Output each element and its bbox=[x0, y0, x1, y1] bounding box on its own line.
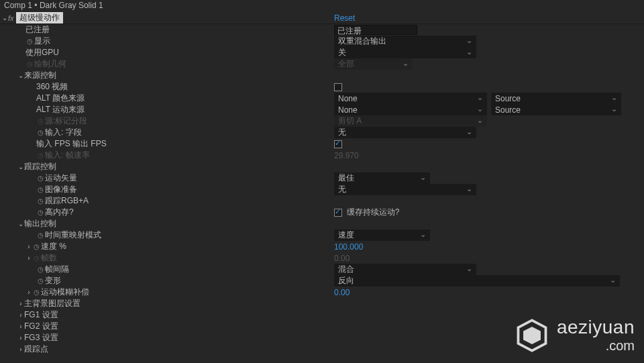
stopwatch-icon[interactable]: ◷ bbox=[36, 265, 45, 274]
stopwatch-icon: ◷ bbox=[36, 151, 45, 160]
io-fps-checkbox[interactable] bbox=[334, 140, 342, 148]
group-label: 输出控制 bbox=[24, 218, 56, 229]
label: ALT 颜色来源 bbox=[36, 93, 85, 104]
prop-input-field: ◷ 输入: 字段 无 bbox=[0, 127, 644, 138]
motion-vec-dropdown[interactable]: 最佳 bbox=[334, 172, 430, 184]
twirl-right-icon[interactable]: › bbox=[17, 334, 24, 342]
group-source-control: ⌄ 来源控制 bbox=[0, 70, 644, 81]
label: 输入: 字段 bbox=[45, 127, 82, 138]
speed-value[interactable]: 100.000 bbox=[334, 242, 363, 252]
stopwatch-icon[interactable]: ◷ bbox=[32, 288, 41, 297]
draw-geom-dropdown: 全部 bbox=[334, 58, 413, 70]
prop-use-gpu: 使用GPU 关 bbox=[0, 47, 644, 58]
group-label: 跟踪点 bbox=[24, 344, 48, 355]
deform-dropdown[interactable]: 反向 bbox=[334, 275, 620, 287]
twirl-down-icon[interactable]: ⌄ bbox=[17, 220, 24, 227]
display-dropdown[interactable]: 双重混合输出 bbox=[334, 36, 476, 47]
group-output-control: ⌄ 输出控制 bbox=[0, 218, 644, 229]
label: 变形 bbox=[45, 275, 61, 287]
alt-color-src-dropdown[interactable]: Source bbox=[491, 93, 621, 104]
stopwatch-icon: ◷ bbox=[36, 117, 45, 125]
stopwatch-icon[interactable]: ◷ bbox=[32, 242, 41, 251]
group-main-bg: › 主背景图层设置 bbox=[0, 298, 644, 309]
twirl-right-icon[interactable]: › bbox=[17, 346, 24, 353]
alt-color-dropdown[interactable]: None bbox=[334, 93, 487, 104]
label: 图像准备 bbox=[45, 184, 77, 195]
group-label: FG2 设置 bbox=[24, 321, 58, 332]
label: 源:标记分段 bbox=[45, 115, 87, 127]
label: 运动矢量 bbox=[45, 172, 77, 184]
prop-frame-gap: ◷ 帧间隔 混合 bbox=[0, 264, 644, 275]
prop-time-remap: ◷ 时间重映射模式 速度 bbox=[0, 229, 644, 241]
gpu-dropdown[interactable]: 关 bbox=[334, 47, 476, 58]
twirl-down-icon[interactable]: ⌄ bbox=[1, 14, 8, 21]
stopwatch-icon[interactable]: ◷ bbox=[36, 174, 45, 183]
twirl-right-icon[interactable]: › bbox=[25, 243, 32, 250]
twirl-right-icon[interactable]: › bbox=[25, 289, 32, 296]
stopwatch-icon[interactable]: ◷ bbox=[36, 208, 45, 217]
stopwatch-icon: ◷ bbox=[32, 254, 41, 262]
prop-360-video: 360 视频 bbox=[0, 81, 644, 93]
group-fg2: › FG2 设置 bbox=[0, 321, 644, 332]
prop-alt-motion: ALT 运动来源 None Source bbox=[0, 104, 644, 115]
alt-motion-dropdown[interactable]: None bbox=[334, 104, 487, 115]
label: 输入: 帧速率 bbox=[45, 150, 90, 161]
framerate-value: 29.970 bbox=[334, 151, 359, 160]
label: 跟踪RGB+A bbox=[45, 195, 89, 207]
image-prep-dropdown[interactable]: 无 bbox=[334, 184, 476, 195]
time-remap-dropdown[interactable]: 速度 bbox=[334, 229, 430, 241]
input-field-dropdown[interactable]: 无 bbox=[334, 127, 476, 138]
cache-motion-label: 缓存持续运动? bbox=[347, 207, 400, 218]
label: ALT 运动来源 bbox=[36, 104, 85, 115]
stopwatch-icon[interactable]: ◷ bbox=[36, 276, 45, 285]
prop-input-framerate: ◷ 输入: 帧速率 29.970 bbox=[0, 150, 644, 161]
group-label: 来源控制 bbox=[24, 70, 56, 81]
frames-value: 0.00 bbox=[334, 254, 350, 263]
twirl-down-icon[interactable]: ⌄ bbox=[17, 163, 24, 170]
label: 速度 % bbox=[41, 241, 66, 252]
prop-src-marker: ◷ 源:标记分段 剪切 A bbox=[0, 115, 644, 127]
reset-link[interactable]: Reset bbox=[334, 13, 355, 23]
fx-icon[interactable]: fx bbox=[8, 14, 14, 22]
group-label: 主背景图层设置 bbox=[24, 298, 80, 309]
prop-display: ◷ 显示 双重混合输出 bbox=[0, 36, 644, 47]
label: 使用GPU bbox=[25, 47, 59, 58]
prop-draw-geom: ◷ 绘制几何 全部 bbox=[0, 58, 644, 70]
label: 运动模糊补偿 bbox=[41, 287, 89, 298]
alt-motion-src-dropdown[interactable]: Source bbox=[491, 104, 621, 115]
label: 帧间隔 bbox=[45, 264, 69, 275]
prop-track-rgba: ◷ 跟踪RGB+A bbox=[0, 195, 644, 207]
twirl-right-icon[interactable]: › bbox=[17, 323, 24, 330]
frame-gap-dropdown[interactable]: 混合 bbox=[334, 264, 476, 275]
stopwatch-icon[interactable]: ◷ bbox=[36, 197, 45, 205]
properties-panel: 已注册 已注册 ◷ 显示 双重混合输出 使用GPU 关 ◷ 绘制几何 全部 ⌄ … bbox=[0, 24, 644, 355]
label: 输入 FPS 输出 FPS bbox=[36, 138, 107, 150]
effect-header: ⌄ fx 超级慢动作 Reset bbox=[0, 12, 644, 24]
group-label: FG1 设置 bbox=[24, 309, 58, 321]
prop-io-fps: 输入 FPS 输出 FPS bbox=[0, 138, 644, 150]
twirl-right-icon[interactable]: › bbox=[17, 311, 24, 319]
video360-checkbox[interactable] bbox=[334, 83, 342, 91]
twirl-right-icon[interactable]: › bbox=[17, 300, 24, 307]
group-fg3: › FG3 设置 bbox=[0, 332, 644, 344]
prop-frames: › ◷ 帧数 0.00 bbox=[0, 252, 644, 264]
registered-input[interactable]: 已注册 bbox=[334, 25, 417, 35]
prop-image-prep: ◷ 图像准备 无 bbox=[0, 184, 644, 195]
cache-motion-checkbox[interactable] bbox=[334, 209, 342, 217]
stopwatch-icon[interactable]: ◷ bbox=[36, 128, 45, 137]
stopwatch-icon[interactable]: ◷ bbox=[36, 185, 45, 194]
prop-high-mem: ◷ 高内存? 缓存持续运动? bbox=[0, 207, 644, 218]
effect-name[interactable]: 超级慢动作 bbox=[16, 12, 63, 23]
stopwatch-icon[interactable]: ◷ bbox=[25, 37, 34, 46]
prop-motion-blur: › ◷ 运动模糊补偿 0.00 bbox=[0, 287, 644, 298]
group-fg1: › FG1 设置 bbox=[0, 309, 644, 321]
stopwatch-icon: ◷ bbox=[25, 60, 34, 68]
label: 360 视频 bbox=[36, 81, 68, 93]
label: 绘制几何 bbox=[34, 58, 66, 70]
title-bar: Comp 1 • Dark Gray Solid 1 bbox=[0, 0, 644, 12]
group-track-control: ⌄ 跟踪控制 bbox=[0, 161, 644, 172]
group-label: 跟踪控制 bbox=[24, 161, 56, 172]
motion-blur-value[interactable]: 0.00 bbox=[334, 288, 350, 297]
twirl-down-icon[interactable]: ⌄ bbox=[17, 72, 24, 79]
stopwatch-icon[interactable]: ◷ bbox=[36, 231, 45, 240]
